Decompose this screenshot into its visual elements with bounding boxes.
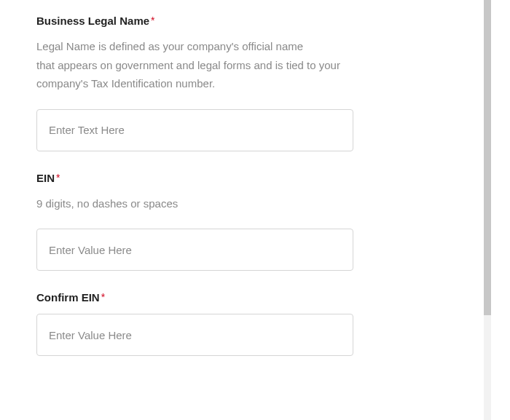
- confirm-ein-group: Confirm EIN*: [36, 291, 444, 356]
- required-asterisk: *: [151, 15, 154, 26]
- field-label-row: Confirm EIN*: [36, 291, 444, 314]
- business-form: Business Legal Name* Legal Name is defin…: [0, 0, 481, 391]
- ein-group: EIN* 9 digits, no dashes or spaces: [36, 172, 444, 272]
- confirm-ein-label: Confirm EIN: [36, 291, 100, 304]
- business-legal-name-input[interactable]: [36, 109, 353, 151]
- ein-label: EIN: [36, 172, 55, 184]
- business-legal-name-help: Legal Name is defined as your company's …: [36, 37, 357, 93]
- business-legal-name-label: Business Legal Name: [36, 15, 149, 27]
- scrollbar-track[interactable]: [484, 0, 491, 420]
- confirm-ein-input[interactable]: [36, 314, 353, 356]
- required-asterisk: *: [56, 172, 60, 183]
- required-asterisk: *: [101, 291, 105, 303]
- ein-help: 9 digits, no dashes or spaces: [36, 194, 357, 213]
- business-legal-name-group: Business Legal Name* Legal Name is defin…: [36, 15, 444, 151]
- ein-input[interactable]: [36, 229, 353, 271]
- scrollbar-thumb[interactable]: [484, 0, 491, 315]
- field-label-row: Business Legal Name*: [36, 15, 444, 37]
- field-label-row: EIN*: [36, 172, 444, 194]
